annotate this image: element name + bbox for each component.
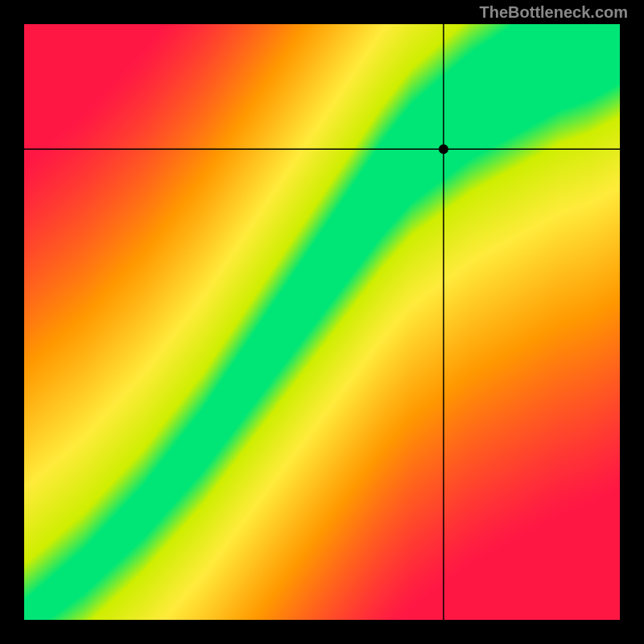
- chart-container: TheBottleneck.com: [0, 0, 644, 644]
- watermark-text: TheBottleneck.com: [480, 3, 628, 22]
- bottleneck-heatmap: [24, 24, 620, 620]
